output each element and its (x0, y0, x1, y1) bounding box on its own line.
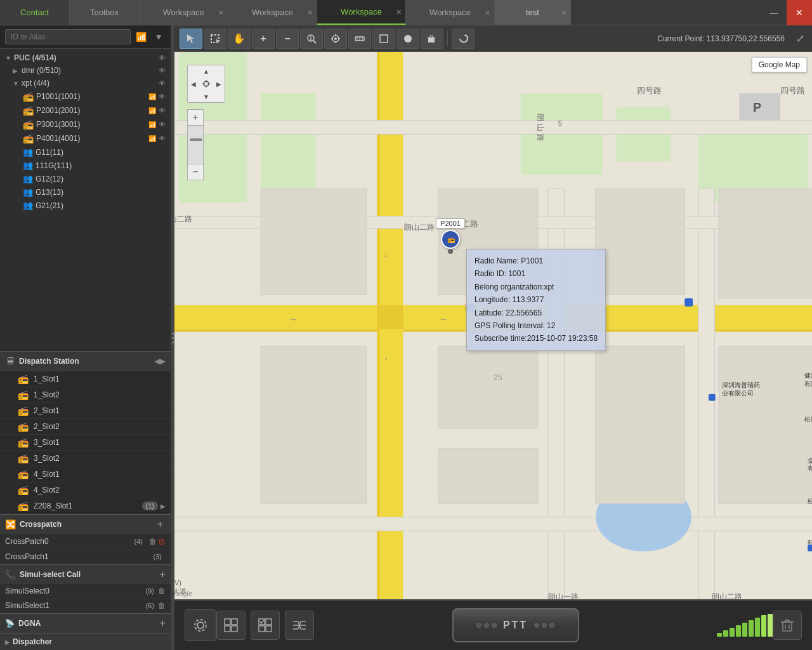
tool-clear[interactable] (421, 29, 443, 49)
tree-group-g13[interactable]: 👥 G13(13) (0, 185, 171, 199)
search-input[interactable] (5, 29, 131, 44)
map-expand-button[interactable]: ⤢ (794, 30, 807, 47)
tab-test[interactable]: test ✕ (495, 0, 571, 25)
tab-workspace-1-close[interactable]: ✕ (218, 8, 224, 17)
filter-icon[interactable]: ▼ (152, 30, 166, 43)
slot-1-slot2[interactable]: 📻 1_Slot2 (0, 387, 171, 403)
simul-select-add-button[interactable]: + (160, 569, 166, 580)
tab-workspace-3[interactable]: Workspace ✕ (317, 0, 406, 25)
tree-radio-p1001[interactable]: 📻 P1001(1001) 📶 👁 (0, 90, 171, 103)
tool-extent[interactable] (372, 29, 395, 49)
p2001-visibility-icon[interactable]: 👁 (159, 107, 166, 114)
tree-group-g12[interactable]: 👥 G12(12) (0, 172, 171, 185)
slot-2-slot2-label: 2_Slot2 (34, 422, 60, 431)
tree-xpt[interactable]: ▼ xpt (4/4) 👁 (0, 77, 171, 90)
tool-locate[interactable] (324, 29, 347, 49)
tab-workspace-2[interactable]: Workspace ✕ (228, 0, 317, 25)
tab-contact[interactable]: Contact (0, 0, 70, 25)
tool-measure[interactable] (348, 29, 371, 49)
ss-item-0-delete-icon[interactable]: 🗑 (158, 587, 166, 595)
dispatch-station-header[interactable]: 🖥 Dispatch Station ◀▶ (0, 351, 171, 371)
map-marker-p2001[interactable]: P2001 📻 (436, 218, 465, 254)
dgna-add-button[interactable]: + (160, 618, 166, 629)
crosspatch-header[interactable]: 🔀 Crosspatch + (0, 515, 171, 534)
ptt-button[interactable]: PTT (452, 608, 579, 642)
tool-identify[interactable] (300, 29, 323, 49)
tool-dot[interactable] (396, 29, 419, 49)
tab-toolbox[interactable]: Toolbox (70, 0, 140, 25)
tool-refresh[interactable] (452, 29, 475, 49)
tree-radio-p4001[interactable]: 📻 P4001(4001) 📶 👁 (0, 131, 171, 145)
p3001-visibility-icon[interactable]: 👁 (159, 121, 166, 128)
popup-org: Belong organization:xpt (475, 281, 598, 293)
tool-rect-select[interactable] (204, 29, 226, 49)
dispatch-collapse-icon[interactable]: ◀▶ (154, 357, 166, 366)
tool-select[interactable] (180, 29, 202, 49)
map-area[interactable]: P (174, 52, 812, 599)
slot-z208-slot1[interactable]: 📻 Z208_Slot1 (1) ▶ (0, 498, 171, 514)
zoom-in-button[interactable]: + (187, 109, 204, 126)
slot-2-slot1[interactable]: 📻 2_Slot1 (0, 403, 171, 419)
tab-workspace-3-close[interactable]: ✕ (396, 8, 402, 16)
simul-select-item-1[interactable]: SimulSelect1 (6) 🗑 (0, 599, 171, 613)
crosspatch-item-0[interactable]: CrossPatch0 (4) 🗑 ⊘ (0, 534, 171, 550)
shuffle-button[interactable] (285, 611, 314, 640)
xpt-visibility-icon[interactable]: 👁 (159, 79, 166, 87)
tab-workspace-4-close[interactable]: ✕ (485, 8, 490, 17)
settings-button[interactable] (185, 609, 216, 641)
minimize-button[interactable]: — (761, 0, 787, 25)
slot-2-slot2[interactable]: 📻 2_Slot2 (0, 419, 171, 435)
cp-item-0-disable-icon[interactable]: ⊘ (158, 536, 166, 547)
slot-3-slot2[interactable]: 📻 3_Slot2 (0, 451, 171, 467)
slot-z208-arrow-icon[interactable]: ▶ (160, 503, 166, 510)
tree-dmr[interactable]: ▶ dmr (0/510) 👁 (0, 64, 171, 77)
tab-workspace-2-close[interactable]: ✕ (307, 8, 313, 17)
simul-select-header[interactable]: 📞 Simul-select Call + (0, 564, 171, 584)
grid-view-button[interactable] (216, 611, 246, 640)
close-button[interactable]: ✕ (787, 0, 812, 25)
slot-1-slot1[interactable]: 📻 1_Slot1 (0, 371, 171, 387)
simul-select-item-0[interactable]: SimulSelect0 (9) 🗑 (0, 584, 171, 599)
tree-group-111g[interactable]: 👥 111G(111) (0, 159, 171, 172)
volume-control[interactable] (717, 614, 773, 637)
nav-right-button[interactable]: ▶ (213, 77, 225, 90)
g13-label: G13(13) (36, 188, 166, 197)
tab-workspace-1[interactable]: Workspace ✕ (140, 0, 228, 25)
tab-workspace-4[interactable]: Workspace ✕ (406, 0, 495, 25)
p1001-visibility-icon[interactable]: 👁 (159, 93, 166, 100)
tree-group-g21[interactable]: 👥 G21(21) (0, 199, 171, 212)
crosspatch-item-1[interactable]: CrossPatch1 (3) (0, 550, 171, 564)
dgna-header[interactable]: 📡 DGNA + (0, 613, 171, 633)
delete-button[interactable] (773, 611, 802, 640)
measure-icon (355, 34, 365, 44)
svg-text:业有限公司: 业有限公司 (722, 390, 754, 397)
ss-item-1-delete-icon[interactable]: 🗑 (158, 601, 166, 610)
tree-puc[interactable]: ▼ PUC (4/514) 👁 (0, 51, 171, 64)
dispatcher-header[interactable]: ▶ Dispatcher (0, 633, 171, 650)
puc-visibility-icon[interactable]: 👁 (159, 54, 166, 62)
tool-zoom-in[interactable]: + (252, 29, 275, 49)
crosspatch-add-button[interactable]: + (155, 519, 166, 530)
tree-group-g11[interactable]: 👥 G11(11) (0, 145, 171, 159)
zoom-slider-thumb[interactable] (190, 138, 202, 141)
tool-pan[interactable]: ✋ (228, 29, 251, 49)
slot-4-slot2[interactable]: 📻 4_Slot2 (0, 482, 171, 498)
nav-center-button[interactable] (200, 77, 213, 90)
tree-radio-p3001[interactable]: 📻 P3001(3001) 📶 👁 (0, 117, 171, 131)
tool-zoom-out[interactable]: − (276, 29, 299, 49)
p1001-label: P1001(1001) (36, 92, 147, 101)
slot-4-slot1[interactable]: 📻 4_Slot1 (0, 467, 171, 482)
nav-down-button[interactable]: ▼ (200, 90, 213, 103)
dmr-visibility-icon[interactable]: 👁 (159, 67, 166, 74)
slot-3-slot1[interactable]: 📻 3_Slot1 (0, 435, 171, 451)
rss-icon[interactable]: 📶 (133, 30, 149, 43)
check-view-button[interactable] (251, 611, 280, 640)
zoom-out-button[interactable]: − (187, 164, 204, 180)
google-map-button[interactable]: Google Map (752, 57, 807, 72)
tab-test-close[interactable]: ✕ (561, 8, 566, 17)
tree-radio-p2001[interactable]: 📻 P2001(2001) 📶 👁 (0, 103, 171, 117)
cp-item-0-delete-icon[interactable]: 🗑 (149, 537, 157, 546)
p4001-visibility-icon[interactable]: 👁 (159, 135, 166, 142)
nav-left-button[interactable]: ◀ (187, 77, 200, 90)
nav-up-button[interactable]: ▲ (200, 65, 213, 77)
